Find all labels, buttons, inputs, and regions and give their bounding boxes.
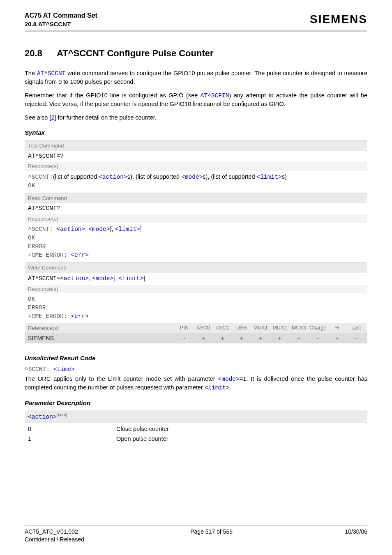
ref-col: USB bbox=[232, 325, 251, 332]
param-time-link[interactable]: <time> bbox=[53, 366, 75, 373]
param-mode-link[interactable]: <mode> bbox=[92, 275, 113, 282]
reference-header-row: Reference(s) PIN ASC0 ASC1 USB MUX1 MUX2… bbox=[25, 323, 367, 333]
intro-paragraph-1: The AT^SCCNT write command serves to con… bbox=[25, 69, 367, 86]
footer-divider bbox=[25, 525, 367, 526]
ref-val: + bbox=[289, 334, 309, 342]
write-response-label: Response(s) bbox=[25, 285, 367, 294]
param-limit-link[interactable]: <limit> bbox=[205, 385, 230, 391]
param-mode-link[interactable]: <mode> bbox=[88, 226, 110, 233]
atsccnt-link[interactable]: AT^SCCNT bbox=[37, 70, 66, 77]
param-err-link[interactable]: <err> bbox=[71, 252, 89, 258]
ref-val: + bbox=[327, 334, 347, 342]
ref-val: + bbox=[270, 334, 290, 342]
reference-columns: PIN ASC0 ASC1 USB MUX1 MUX2 MUX3 Charge … bbox=[173, 323, 367, 333]
brand-logo: SIEMENS bbox=[310, 12, 367, 27]
param-limit-link[interactable]: <limit> bbox=[115, 226, 140, 233]
syntax-heading: Syntax bbox=[25, 129, 367, 137]
param-description: Close pulse counter bbox=[116, 425, 364, 433]
param-action-table: 0 Close pulse counter 1 Open pulse count… bbox=[25, 423, 367, 443]
read-response-body: ^SCCNT: <action>, <mode>[, <limit>] OK E… bbox=[25, 223, 367, 261]
param-row: 0 Close pulse counter bbox=[28, 425, 364, 433]
write-command-text: AT^SCCNT=<action>, <mode>[, <limit>] bbox=[25, 273, 367, 285]
write-command-box: Write Command AT^SCCNT=<action>, <mode>[… bbox=[25, 262, 367, 322]
urc-heading: Unsolicited Result Code bbox=[25, 354, 367, 362]
section-title: 20.8AT^SCCNT Configure Pulse Counter bbox=[25, 47, 367, 60]
section-name: AT^SCCNT Configure Pulse Counter bbox=[57, 48, 214, 58]
param-action-sup: (num) bbox=[57, 412, 67, 417]
header-divider bbox=[25, 30, 367, 32]
param-mode-link[interactable]: <mode> bbox=[218, 376, 240, 382]
param-action-name: <action>(num) bbox=[25, 410, 367, 423]
ref-val: + bbox=[194, 334, 213, 342]
param-action-link[interactable]: <action> bbox=[28, 414, 57, 420]
param-row: 1 Open pulse counter bbox=[28, 435, 364, 443]
test-command-text: AT^SCCNT=? bbox=[25, 151, 367, 162]
param-value: 1 bbox=[28, 435, 116, 443]
param-action-link[interactable]: <action> bbox=[99, 174, 127, 180]
footer-right: 10/30/06 bbox=[345, 528, 367, 536]
read-response-label: Response(s) bbox=[25, 214, 367, 223]
intro-paragraph-2: Remember that if the GPIO10 line is conf… bbox=[25, 92, 367, 108]
ref-col: PIN bbox=[175, 325, 194, 332]
reference-data-row: SIEMENS - + + + + + + - + - bbox=[25, 333, 367, 343]
page-header: AC75 AT Command Set 20.8 AT^SCCNT SIEMEN… bbox=[25, 12, 367, 28]
ref-col-arrow-icon: ➔ bbox=[327, 325, 347, 332]
ref-val: + bbox=[232, 334, 251, 342]
param-desc-heading: Parameter Description bbox=[25, 399, 367, 407]
urc-line: ^SCCNT: <time> bbox=[25, 366, 367, 374]
header-left: AC75 AT Command Set 20.8 AT^SCCNT bbox=[25, 12, 97, 28]
param-action-link[interactable]: <action> bbox=[60, 275, 89, 282]
test-response-body: ^SCCNT:(list of supported <action>s), (l… bbox=[25, 171, 367, 192]
ref-col: MUX3 bbox=[289, 325, 309, 332]
param-err-link[interactable]: <err> bbox=[71, 313, 89, 320]
ref-val: - bbox=[347, 334, 366, 342]
footer-center: Page 517 of 569 bbox=[190, 528, 233, 536]
test-response-label: Response(s) bbox=[25, 162, 367, 171]
write-response-body: OK ERROR +CME ERROR: <err> bbox=[25, 293, 367, 322]
ref-col: MUX1 bbox=[251, 325, 270, 332]
page-footer: AC75_ATC_V01.002 Page 517 of 569 10/30/0… bbox=[25, 525, 367, 543]
reference-vendor: SIEMENS bbox=[25, 333, 173, 343]
write-command-header: Write Command bbox=[25, 262, 367, 273]
ref-val: - bbox=[309, 334, 328, 342]
ref-val: + bbox=[251, 334, 270, 342]
param-description: Open pulse counter bbox=[116, 435, 364, 443]
reference-values: - + + + + + + - + - bbox=[173, 333, 367, 343]
param-value: 0 bbox=[28, 425, 116, 433]
section-number: 20.8 bbox=[25, 47, 57, 60]
ref-col: Charge bbox=[309, 325, 328, 332]
ref-2-link[interactable]: [2] bbox=[49, 114, 56, 121]
test-command-header: Test Command bbox=[25, 140, 367, 151]
intro-paragraph-3: See also [2] for further detail on the p… bbox=[25, 114, 367, 122]
ref-val: - bbox=[175, 334, 194, 342]
param-limit-link[interactable]: <limit> bbox=[257, 174, 282, 180]
footer-confidential: Confidential / Released bbox=[25, 536, 367, 543]
reference-label: Reference(s) bbox=[25, 323, 173, 333]
ref-col: Last bbox=[347, 325, 366, 332]
ref-col: MUX2 bbox=[270, 325, 290, 332]
read-command-header: Read Command bbox=[25, 193, 367, 203]
read-command-box: Read Command AT^SCCNT? Response(s) ^SCCN… bbox=[25, 193, 367, 262]
footer-left: AC75_ATC_V01.002 bbox=[25, 528, 78, 536]
test-command-box: Test Command AT^SCCNT=? Response(s) ^SCC… bbox=[25, 140, 367, 192]
ref-col: ASC0 bbox=[194, 325, 213, 332]
ref-col: ASC1 bbox=[213, 325, 232, 332]
param-mode-link[interactable]: <mode> bbox=[181, 174, 203, 180]
param-limit-link[interactable]: <limit> bbox=[118, 275, 143, 282]
atscpin-link[interactable]: AT^SCPIN bbox=[201, 92, 229, 99]
section-ref: 20.8 AT^SCCNT bbox=[25, 20, 97, 28]
param-action-link[interactable]: <action> bbox=[57, 226, 85, 233]
ref-val: + bbox=[213, 334, 232, 342]
doc-title: AC75 AT Command Set bbox=[25, 12, 97, 20]
read-command-text: AT^SCCNT? bbox=[25, 203, 367, 214]
urc-description: The URC applies only to the Limit counte… bbox=[25, 375, 367, 392]
